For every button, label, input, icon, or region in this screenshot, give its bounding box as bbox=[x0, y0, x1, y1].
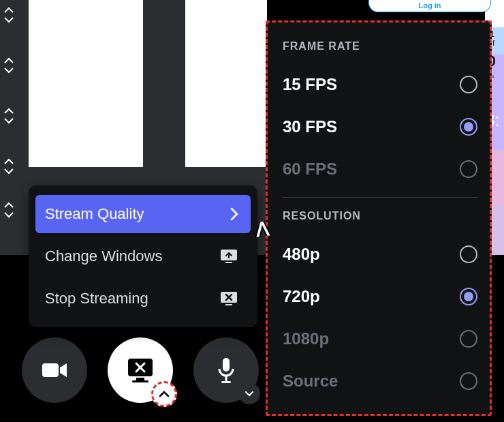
radio-icon bbox=[460, 245, 477, 263]
chevron-down-icon bbox=[3, 67, 14, 74]
chevron-up-icon bbox=[3, 108, 14, 115]
option-label: Source bbox=[283, 372, 338, 391]
chevron-pair[interactable] bbox=[3, 7, 14, 23]
resolution-option-1080p[interactable]: 1080p bbox=[283, 318, 477, 360]
svg-rect-10 bbox=[225, 304, 232, 305]
svg-rect-2 bbox=[136, 378, 144, 380]
chevron-pair[interactable] bbox=[3, 108, 14, 124]
chevron-pair[interactable] bbox=[3, 202, 14, 218]
preview-panel-1 bbox=[29, 0, 143, 167]
radio-icon bbox=[460, 76, 477, 93]
resolution-heading: Resolution bbox=[283, 210, 477, 222]
resolution-option-720p[interactable]: 720p bbox=[283, 275, 477, 318]
radio-selected-icon bbox=[460, 288, 477, 305]
chevron-pair[interactable] bbox=[3, 57, 14, 74]
stop-stream-icon bbox=[219, 290, 238, 307]
menu-item-change-windows[interactable]: Change Windows bbox=[35, 237, 251, 275]
option-label: 480p bbox=[283, 245, 320, 264]
menu-item-stop-streaming[interactable]: Stop Streaming bbox=[35, 280, 251, 318]
frame-rate-option-15[interactable]: 15 FPS bbox=[283, 63, 477, 106]
mic-button[interactable] bbox=[193, 337, 259, 403]
option-label: 30 FPS bbox=[283, 117, 337, 136]
menu-item-label: Change Windows bbox=[45, 247, 162, 265]
svg-rect-5 bbox=[225, 376, 227, 381]
frame-rate-option-30[interactable]: 30 FPS bbox=[283, 106, 477, 148]
resolution-option-source[interactable]: Source bbox=[283, 360, 477, 402]
chevron-pair[interactable] bbox=[3, 158, 14, 175]
menu-item-label: Stream Quality bbox=[45, 205, 144, 223]
left-chevron-column bbox=[3, 7, 14, 218]
chevron-down-icon bbox=[3, 211, 14, 218]
chevron-up-icon bbox=[3, 158, 14, 165]
mic-icon bbox=[217, 357, 236, 384]
frame-rate-option-60[interactable]: 60 FPS bbox=[283, 148, 477, 190]
chevron-up-icon bbox=[3, 57, 14, 64]
svg-rect-3 bbox=[132, 380, 148, 382]
camera-button[interactable] bbox=[22, 337, 87, 403]
radio-selected-icon bbox=[460, 118, 477, 136]
chevron-down-icon bbox=[3, 168, 14, 175]
login-button[interactable]: Log in bbox=[368, 0, 491, 12]
svg-rect-6 bbox=[221, 381, 231, 383]
chevron-right-icon bbox=[230, 207, 238, 221]
stream-quality-panel: Frame Rate 15 FPS 30 FPS 60 FPS Resoluti… bbox=[266, 20, 492, 416]
option-label: 1080p bbox=[283, 329, 329, 348]
stop-stream-button[interactable] bbox=[108, 337, 173, 403]
chevron-up-icon bbox=[3, 7, 14, 14]
option-label: 15 FPS bbox=[283, 75, 337, 94]
chevron-down-icon bbox=[245, 391, 254, 397]
radio-icon bbox=[460, 330, 477, 348]
chevron-up-icon bbox=[3, 202, 14, 209]
resolution-option-480p[interactable]: 480p bbox=[283, 233, 477, 275]
frame-rate-heading: Frame Rate bbox=[283, 40, 477, 52]
menu-item-label: Stop Streaming bbox=[45, 290, 148, 307]
radio-icon bbox=[460, 160, 477, 178]
divider bbox=[283, 197, 477, 198]
svg-rect-8 bbox=[225, 262, 232, 263]
option-label: 720p bbox=[283, 287, 320, 306]
share-screen-icon bbox=[219, 248, 238, 265]
svg-rect-4 bbox=[223, 358, 230, 372]
camera-icon bbox=[41, 361, 68, 380]
preview-panel-2 bbox=[185, 0, 267, 167]
svg-rect-0 bbox=[42, 363, 59, 377]
option-label: 60 FPS bbox=[283, 160, 337, 179]
stream-options-toggle[interactable] bbox=[151, 381, 177, 407]
chevron-up-icon bbox=[159, 391, 170, 397]
chevron-down-icon bbox=[3, 16, 14, 23]
menu-item-stream-quality[interactable]: Stream Quality bbox=[35, 195, 251, 233]
pointer-glyph: ᐱ bbox=[255, 217, 270, 241]
radio-icon bbox=[460, 372, 477, 390]
screen-stop-icon bbox=[125, 357, 155, 383]
chevron-down-icon bbox=[3, 117, 14, 124]
stream-context-menu: Stream Quality Change Windows Stop Strea… bbox=[29, 185, 257, 327]
mic-options-toggle[interactable] bbox=[238, 382, 260, 404]
